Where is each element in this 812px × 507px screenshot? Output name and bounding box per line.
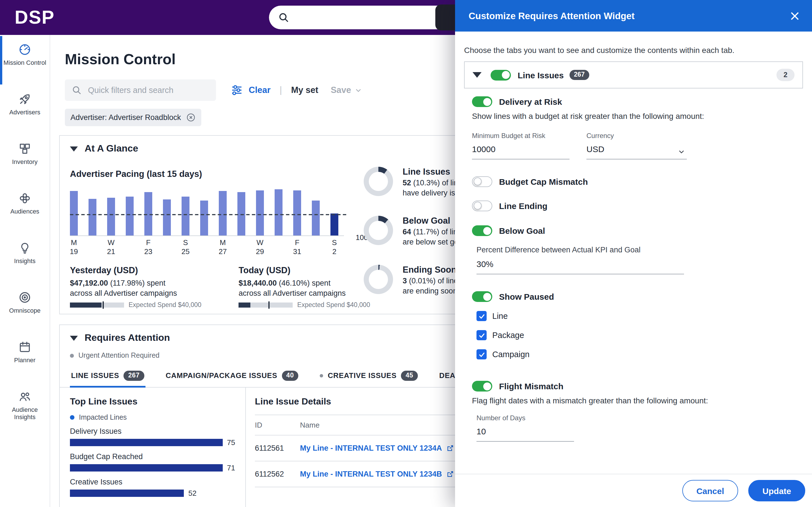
bar-label: Delivery Issues — [70, 427, 235, 435]
today-progress — [239, 302, 293, 307]
number-of-days-input[interactable]: 10 — [476, 427, 574, 442]
modal-footer: Cancel Update — [455, 474, 812, 507]
pacing-bar — [200, 201, 208, 235]
tab-label: CREATIVE ISSUES — [328, 372, 397, 380]
below-goal-input[interactable]: 30% — [476, 259, 684, 274]
bar-value: 52 — [188, 489, 197, 497]
line-ending-setting: Line Ending — [472, 201, 795, 211]
sidebar-item-audience-insights[interactable]: Audience Insights — [0, 390, 50, 439]
top-line-issues-panel: Top Line Issues Impacted Lines Delivery … — [60, 387, 246, 507]
sidebar-item-label: Mission Control — [3, 59, 46, 66]
sidebar-item-planner[interactable]: Planner — [0, 340, 50, 390]
urgent-dot-icon — [70, 353, 74, 357]
sidebar-item-label: Planner — [14, 356, 36, 364]
clear-filters-button[interactable]: Clear — [249, 85, 271, 95]
x-axis-label: F31 — [285, 238, 310, 256]
section-caret-icon[interactable] — [472, 72, 481, 78]
sidebar-item-label: Audiences — [10, 208, 40, 215]
filter-chip-advertiser[interactable]: Advertiser: Advertiser Roadblock — [65, 109, 201, 126]
save-filters-button[interactable]: Save — [331, 85, 362, 95]
paused-option-package: Package — [476, 330, 795, 340]
modal-body: Choose the tabs you want to see and cust… — [455, 32, 812, 474]
donut-chart-icon — [364, 265, 393, 294]
paused-option-line: Line — [476, 311, 795, 321]
x-axis-label: S2 — [322, 238, 347, 256]
budget-cap-mismatch-toggle[interactable] — [472, 176, 492, 187]
bar — [70, 439, 222, 446]
sidebar-item-label: Audience Insights — [3, 406, 47, 421]
issue-bar-creative-issues: Creative Issues52 — [70, 477, 235, 497]
tab-count-badge: 45 — [401, 371, 418, 381]
my-set-button[interactable]: My set — [291, 85, 318, 95]
collapse-caret-icon[interactable] — [70, 335, 78, 341]
section-title: At A Glance — [85, 143, 138, 154]
bar-value: 75 — [227, 438, 235, 446]
sidebar-item-omniscope[interactable]: Omniscope — [0, 291, 50, 340]
quick-filter-input[interactable] — [87, 85, 209, 95]
rocket-icon — [18, 93, 32, 106]
section-label: Line Issues — [518, 70, 564, 80]
filter-sliders-icon[interactable] — [231, 84, 243, 96]
x-axis-label: S25 — [173, 238, 198, 256]
number-of-days-field: Number of Days 10 — [476, 414, 574, 442]
sidebar-item-inventory[interactable]: Inventory — [0, 142, 50, 191]
pacing-bar — [274, 189, 283, 235]
sidebar-item-insights[interactable]: Insights — [0, 241, 50, 291]
tab-campaign-package-issues[interactable]: CAMPAIGN/PACKAGE ISSUES40 — [164, 367, 299, 387]
line-id: 6112561 — [255, 444, 300, 452]
sidebar-item-advertisers[interactable]: Advertisers — [0, 93, 50, 142]
issue-bar-budget-cap-reached: Budget Cap Reached71 — [70, 452, 235, 472]
checkbox-campaign[interactable] — [476, 349, 487, 359]
tab-count-badge: 40 — [282, 371, 298, 381]
bar-value: 71 — [227, 463, 235, 472]
modal-header: Customize Requires Attention Widget — [455, 0, 812, 32]
pacing-bar — [312, 201, 320, 235]
sidebar-item-label: Omniscope — [9, 307, 40, 314]
below-goal-toggle[interactable] — [472, 225, 492, 236]
bar-label: Creative Issues — [70, 477, 235, 486]
today-heading: Today (USD) — [239, 265, 370, 276]
app-root: DSP Mission ControlAdvertisersInventoryA… — [0, 0, 812, 507]
checkbox-package[interactable] — [476, 330, 487, 340]
sidebar-item-label: Insights — [14, 258, 36, 265]
quick-filter-search[interactable] — [65, 79, 216, 101]
min-budget-input[interactable]: 10000 — [472, 144, 569, 159]
checkbox-line[interactable] — [476, 311, 487, 321]
pacing-bar — [126, 196, 134, 235]
flight-mismatch-toggle[interactable] — [472, 381, 492, 392]
panel-title: Top Line Issues — [70, 396, 235, 406]
lightbulb-icon — [18, 241, 32, 255]
pacing-bar — [70, 191, 78, 235]
pacing-bar — [331, 214, 338, 235]
tab-line-issues[interactable]: LINE ISSUES267 — [70, 367, 145, 387]
pacing-bar — [238, 192, 245, 235]
close-button[interactable] — [787, 8, 802, 23]
pacing-bar — [89, 199, 96, 235]
close-icon — [789, 10, 801, 22]
line-ending-toggle[interactable] — [472, 201, 492, 211]
min-budget-field: Minimum Budget at Risk 10000 — [472, 132, 569, 159]
legend-dot-icon — [70, 415, 74, 419]
delivery-at-risk-toggle[interactable] — [472, 96, 492, 107]
remove-filter-icon[interactable] — [186, 113, 196, 122]
cancel-button[interactable]: Cancel — [682, 480, 738, 501]
pacing-bar — [219, 191, 227, 235]
line-issues-toggle[interactable] — [491, 69, 511, 80]
chevron-down-icon — [354, 86, 362, 94]
boxes-icon — [18, 142, 32, 156]
collapse-caret-icon[interactable] — [70, 146, 78, 151]
show-paused-toggle[interactable] — [472, 291, 492, 302]
x-axis-label: M19 — [61, 238, 86, 256]
sidebar-item-mission-control[interactable]: Mission Control — [0, 43, 50, 93]
yesterday-progress — [70, 302, 124, 307]
tab-creative-issues[interactable]: CREATIVE ISSUES45 — [319, 367, 419, 387]
chevron-down-icon — [677, 148, 686, 156]
sidebar-item-audiences[interactable]: Audiences — [0, 191, 50, 241]
flight-mismatch-setting: Flight Mismatch — [472, 381, 795, 392]
currency-select[interactable]: Currency USD — [587, 132, 687, 159]
update-button[interactable]: Update — [748, 480, 805, 501]
pacing-bar — [107, 198, 115, 235]
yesterday-spend: Yesterday (USD) $47,192.00 (117.98%) spe… — [70, 265, 201, 308]
delivery-at-risk-setting: Delivery at Risk — [472, 96, 795, 107]
modal-title: Customize Requires Attention Widget — [469, 10, 635, 21]
